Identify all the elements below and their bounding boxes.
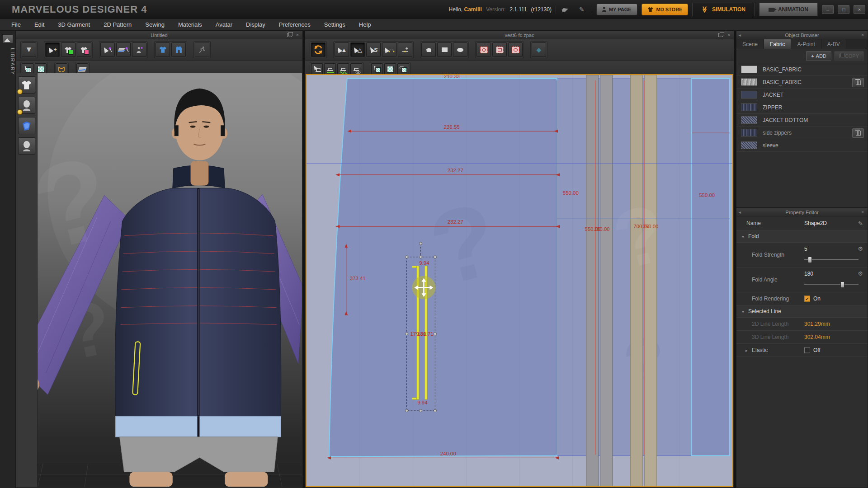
copy-fabric-button[interactable]: COPY [834,51,864,61]
library-item-tshirt[interactable] [18,76,35,94]
delete-fabric-button[interactable] [852,128,864,138]
fabric-row[interactable]: BASIC_FABRIC [736,76,868,89]
pattern-texture-tool[interactable] [384,63,396,75]
show-sewing-toggle[interactable] [350,63,362,75]
simulate-button[interactable] [195,42,209,57]
2d-panel-float-button[interactable] [717,32,724,38]
delete-fabric-button[interactable] [852,78,864,87]
minimize-button[interactable]: – [822,5,834,14]
fabric-row[interactable]: BASIC_FABRIC [736,63,868,76]
tab-scene[interactable]: Scene [736,39,764,49]
library-item-avatar-head[interactable] [18,97,35,114]
menu-display[interactable]: Display [239,21,272,28]
library-item-garment-file[interactable] [18,117,35,134]
fold-angle-value[interactable]: 180 [804,271,813,277]
simulation-tab[interactable]: ≫ SIMULATION [692,3,755,16]
slider-handle[interactable] [840,282,844,288]
fabric-row[interactable]: JACKET [736,89,868,101]
selected-line-section-header[interactable]: ▾ Selected Line [736,305,868,318]
edit-curve-point-tool[interactable] [382,42,396,57]
select-move-tool[interactable]: + [45,42,60,57]
my-page-button[interactable]: MY PAGE [596,4,637,15]
select-pin-tool[interactable] [100,42,115,57]
feedback-button[interactable]: ✎ [576,5,588,14]
show-garment-toggle[interactable] [156,42,170,57]
2d-pattern-canvas[interactable]: ? ? 210.33 236.55 232.27 [306,74,733,487]
pattern-piece-side[interactable] [691,79,730,455]
create-rectangle-tool[interactable] [437,42,452,57]
fold-rendering-checkbox[interactable]: ✓ [804,296,810,302]
menu-settings[interactable]: Settings [317,21,352,28]
internal-rectangle-tool[interactable] [492,42,507,57]
create-ellipse-tool[interactable] [453,42,467,57]
fold-section-header[interactable]: ▾ Fold [736,230,868,243]
segment-sewing-tool[interactable] [324,63,336,75]
menu-3d-garment[interactable]: 3D Garment [51,21,97,28]
dim-chest-width: 236.55 [444,124,460,130]
internal-dart-tool[interactable]: ◆ [532,42,546,57]
3d-viewport-canvas[interactable]: ? [16,73,302,487]
pattern-piece-front[interactable] [329,79,557,456]
pin-avatar-tool[interactable] [132,42,146,57]
fold-angle-slider[interactable] [804,281,859,287]
md-store-button[interactable]: MD STORE [642,4,689,15]
announcement-button[interactable] [560,5,572,14]
slider-handle[interactable] [808,257,812,263]
expand-icon[interactable]: ▸ [745,348,748,353]
menu-avatar[interactable]: Avatar [209,21,239,28]
add-point-tool[interactable] [398,42,412,57]
add-fabric-button[interactable]: +ADD [806,51,831,61]
internal-ellipse-tool[interactable] [508,42,523,57]
animation-tab[interactable]: ANIMATION [759,3,818,16]
menu-help[interactable]: Help [352,21,378,28]
tab-a-point[interactable]: A-Point [791,39,821,49]
edit-name-icon[interactable]: ✎ [858,220,863,227]
close-button[interactable]: × [854,5,865,14]
fold-strength-value[interactable]: 5 [804,246,807,252]
wrench-icon[interactable]: ⚙ [858,245,863,252]
object-browser-close-button[interactable]: × [859,32,866,38]
library-item-avatar-head-2[interactable] [18,137,35,155]
menu-preferences[interactable]: Preferences [272,21,317,28]
name-value[interactable]: Shape2D [804,220,827,226]
menu-sewing[interactable]: Sewing [138,21,171,28]
2d-panel-close-button[interactable]: × [726,32,732,38]
move-garment-tool[interactable] [61,42,75,57]
3d-panel-close-button[interactable]: × [294,32,301,38]
edit-curvature-tool[interactable]: S [366,42,381,57]
3d-panel-float-button[interactable] [286,32,292,38]
free-sewing-tool[interactable] [337,63,349,75]
tab-a-bv[interactable]: A-BV [821,39,846,49]
transform-pattern-tool[interactable]: ▲ [335,42,349,57]
menu-edit[interactable]: Edit [28,21,51,28]
double-chevron-icon: ≫ [702,6,709,13]
edit-sewing-tool[interactable] [311,63,323,75]
pattern-piece-back[interactable] [557,79,691,455]
drop-garment-button[interactable]: ▼ [22,42,36,57]
menu-file[interactable]: File [5,21,28,28]
show-texture-toggle[interactable] [397,63,409,75]
menu-2d-pattern[interactable]: 2D Pattern [97,21,138,28]
internal-polygon-tool[interactable] [476,42,491,57]
fabric-row[interactable]: ZIPPER [736,101,868,114]
2d-panel-titlebar: vest6-fc.zpac × [305,31,734,39]
maximize-button[interactable]: □ [838,5,849,14]
tab-fabric[interactable]: Fabric [764,39,791,49]
fold-strength-slider[interactable] [804,256,859,263]
library-image-icon[interactable] [2,34,13,43]
fabric-row[interactable]: JACKET BOTTOM [736,114,868,127]
select-texture-2d-tool[interactable] [371,63,383,75]
library-label[interactable]: LIBRARY [0,48,15,75]
sync-2d3d-button[interactable] [311,42,326,57]
fabric-row[interactable]: sleeve [736,139,868,152]
fabric-row[interactable]: side zippers [736,127,868,139]
wrench-icon[interactable]: ⚙ [858,270,863,277]
elastic-checkbox[interactable] [804,347,810,353]
menu-materials[interactable]: Materials [171,21,209,28]
show-vest-toggle[interactable] [171,42,186,57]
create-polygon-tool[interactable] [421,42,436,57]
pin-fabric-tool[interactable] [116,42,131,57]
reset-garment-tool[interactable] [77,42,91,57]
edit-pattern-tool[interactable]: △ [350,42,365,57]
property-editor-close-button[interactable]: × [859,209,866,215]
